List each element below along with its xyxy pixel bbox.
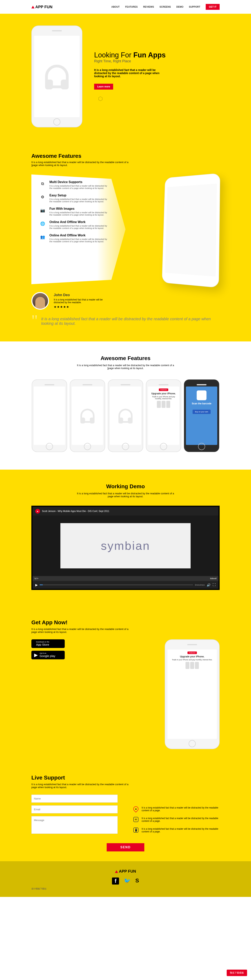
getapp-title: Get App Now! [31, 619, 220, 626]
screen-5: Scan the barcode Buy on your own [184, 379, 219, 452]
nav-support[interactable]: SUPPORT [189, 5, 200, 8]
feature-item: 📷 Fun With ImagesIt is a long establishe… [39, 207, 118, 216]
headphones-image [118, 409, 133, 423]
platform-icons: ⬡ [94, 95, 220, 102]
demo-desc: It is a long established fact that a rea… [75, 492, 176, 498]
screen-3 [108, 379, 143, 452]
nav-screens[interactable]: SCREENS [160, 5, 171, 8]
avatar [31, 292, 49, 310]
learn-more-button[interactable]: Learn more [94, 84, 113, 89]
demo-section: Working Demo It is a long established fa… [0, 469, 251, 608]
get-it-button[interactable]: GET IT [206, 4, 220, 10]
gear-icon: ⚙ [39, 194, 46, 200]
hero-title: Looking For Fun Apps [94, 51, 220, 59]
review-line: It is a long established fact that a rea… [54, 298, 113, 304]
getapp-phone-mockup: Featured Upgrade your iPhone. Trade in y… [165, 640, 220, 749]
screen-2 [70, 379, 105, 452]
send-button[interactable]: SEND [107, 843, 144, 851]
channel-icon: ▸ [35, 509, 40, 514]
screens-gallery: Awesome Features It is a long establishe… [0, 341, 251, 469]
main-nav: ABOUT FEATURES REVIEWS SCREENS DEMO SUPP… [111, 4, 220, 10]
headphones-image [45, 65, 69, 88]
hero-section: Looking For Fun Apps Right Time, Right P… [0, 14, 251, 143]
mail-icon: ✉ [133, 817, 138, 822]
nav-about[interactable]: ABOUT [111, 5, 120, 8]
getapp-desc: It is a long established fact that a rea… [31, 628, 129, 633]
multi-device-icon: ⧉ [39, 180, 46, 187]
email-input[interactable] [31, 805, 118, 813]
presentation-slide: symbian [61, 523, 190, 569]
brand-label: b/> [35, 577, 38, 580]
tilted-phone-mockup [162, 173, 220, 288]
features-desc: It is a long established fact that a rea… [31, 161, 133, 167]
headphones-image [80, 409, 94, 423]
message-input[interactable] [31, 816, 118, 834]
demo-title: Working Demo [31, 483, 220, 490]
globe-icon: 🌐 [39, 220, 46, 227]
fullscreen-icon[interactable]: ⛶ [213, 583, 216, 587]
nav-features[interactable]: FEATURES [125, 5, 137, 8]
app-store-button[interactable]: Download on theApp Store [31, 640, 65, 648]
screen-4: Featured Upgrade your iPhone. Trade in y… [146, 379, 181, 452]
features-panel: ⧉ Multi Device SupportsIt is a long esta… [31, 175, 126, 284]
support-desc: It is a long established fact that a rea… [31, 783, 129, 789]
pin-icon: ● [133, 805, 140, 813]
android-icon: ⬡ [98, 95, 103, 102]
name-input[interactable] [31, 795, 118, 803]
volume-icon[interactable]: 🔊 [207, 583, 211, 587]
hero-subtitle: Right Time, Right Place [94, 59, 220, 63]
feature-item: ⧉ Multi Device SupportsIt is a long esta… [39, 180, 118, 189]
qr-icon [197, 390, 206, 400]
screen-1 [32, 379, 67, 452]
twitter-icon[interactable]: 🐦 [124, 878, 131, 885]
nav-reviews[interactable]: REVIEWS [143, 5, 154, 8]
quote-block: " It is a long established fact that a r… [31, 310, 220, 326]
features-section: Awesome Features It is a long establishe… [0, 143, 251, 341]
people-icon: 👥 [39, 234, 46, 240]
camera-icon: 📷 [39, 207, 46, 214]
google-play-button[interactable]: ▶ Get it onGoogle play [31, 651, 65, 659]
features-title: Awesome Features [31, 153, 220, 159]
nav-demo[interactable]: DEMO [176, 5, 183, 8]
play-icon: ▶ [34, 652, 38, 658]
reviewer-name: John Deo [54, 293, 113, 297]
star-rating: ★★★★★ [54, 305, 113, 309]
copyright: 设计模板下载站 [31, 887, 46, 890]
logo[interactable]: APP FUN [31, 5, 52, 9]
play-icon[interactable]: ▶ [35, 583, 38, 587]
feature-item: 👥 Online And Offline WorkIt is a long es… [39, 234, 118, 243]
gallery-desc: It is a long established fact that a rea… [75, 364, 176, 370]
support-title: Live Support [31, 775, 220, 781]
feature-item: 🌐 Online And Offline WorkIt is a long es… [39, 220, 118, 229]
get-app-section: Get App Now! It is a long established fa… [0, 608, 251, 765]
support-section: Live Support It is a long established fa… [0, 765, 251, 861]
location-info: ● It is a long established fact that a r… [133, 807, 220, 812]
gallery-title: Awesome Features [31, 355, 220, 361]
video-player[interactable]: ▸ Scott Jenson - Why Mobile Apps Must Di… [31, 506, 220, 590]
footer-logo[interactable]: APP FUN [31, 869, 220, 873]
skype-icon[interactable]: S [135, 878, 139, 885]
hero-phone-mockup [31, 25, 82, 127]
phone-info: 📱 It is a long established fact that a r… [133, 827, 220, 833]
feature-item: ⚙ Easy SetupIt is a long established fac… [39, 194, 118, 203]
testimonial: John Deo It is a long established fact t… [31, 284, 220, 310]
phone-icon: 📱 [133, 827, 138, 833]
site-header: APP FUN ABOUT FEATURES REVIEWS SCREENS D… [0, 0, 251, 14]
hero-description: It is a long established fact that a rea… [94, 68, 169, 78]
quote-icon: " [31, 312, 38, 329]
site-footer: APP FUN f 🐦 S 设计模板下载站 [0, 861, 251, 897]
video-label: Scott Jenson - Why Mobile Apps Must Die … [42, 510, 109, 512]
mail-info: ✉ It is a long established fact that a r… [133, 817, 220, 822]
facebook-icon[interactable]: f [112, 878, 119, 885]
quote-text: It is a long established fact that a rea… [31, 311, 220, 326]
progress-bar[interactable] [40, 584, 193, 585]
